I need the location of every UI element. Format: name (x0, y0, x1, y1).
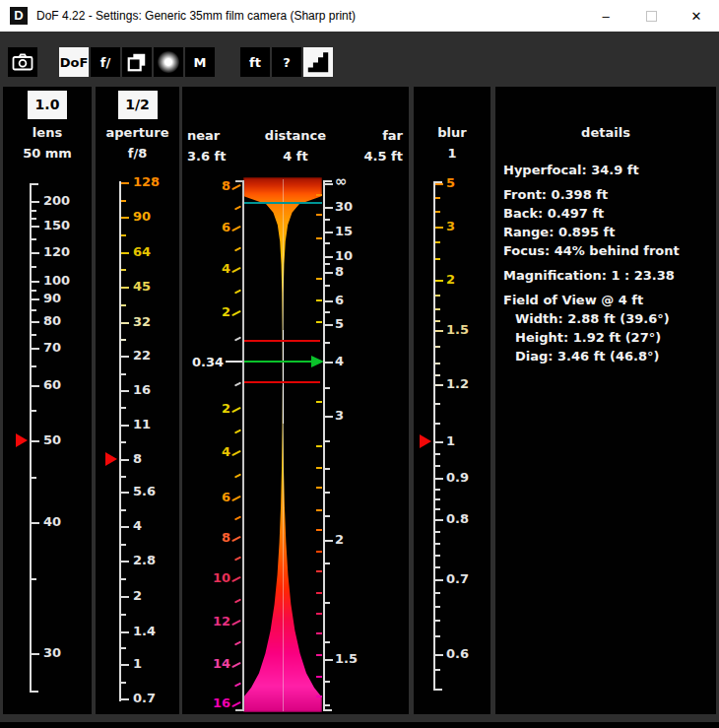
dist_right-blur-tick (316, 509, 322, 511)
help-button[interactable]: ? (272, 47, 301, 77)
blur-disc-button[interactable] (154, 47, 183, 77)
dist_right-tick (325, 563, 330, 564)
aperture-pointer[interactable] (105, 452, 117, 466)
dist_right-tick (325, 300, 333, 302)
aperture-tick (121, 682, 126, 684)
blur-pointer[interactable] (420, 434, 431, 448)
aperture-ruler[interactable]: 1289064453222161185.642.821.410.7 (119, 181, 121, 701)
aperture-tick-label: 64 (133, 243, 151, 261)
blur-tick (435, 669, 440, 671)
lens-tick (32, 281, 39, 283)
dist_right-blur-tick (316, 592, 322, 594)
dist_right-tick (325, 285, 330, 287)
blur-tick (435, 211, 440, 213)
focus-line (244, 361, 311, 363)
maximize-button[interactable] (628, 0, 674, 32)
aperture-tick (121, 182, 129, 184)
blur-tick (435, 555, 440, 557)
aperture-tick (121, 356, 129, 358)
lens-tick (32, 348, 39, 350)
dist_right-blur-tick (316, 676, 322, 678)
dist_right-blur-tick (316, 487, 322, 489)
aperture-tick (121, 373, 126, 375)
dist_left-tick-label: 2 (222, 400, 230, 418)
detail-line: Width: 2.88 ft (39.6°) (503, 309, 680, 328)
lens-ruler[interactable]: 20015012010090807060504030 (30, 183, 32, 693)
lens-tick (32, 226, 39, 228)
lens-value: 50 mm (3, 146, 92, 161)
lens-tick (32, 365, 36, 367)
dof-mode-button[interactable]: DoF (59, 47, 89, 77)
lens-step-box[interactable]: 1.0 (28, 91, 67, 119)
dist_right-tick (325, 641, 330, 643)
steps-display-button[interactable] (303, 47, 333, 77)
aperture-tick (121, 526, 129, 528)
blur-tick (435, 508, 440, 510)
lens-tick (32, 321, 39, 323)
blur-tick (435, 606, 440, 608)
far-limit-line (244, 340, 320, 342)
close-button[interactable]: ✕ (674, 0, 719, 32)
lens-tick-label: 30 (43, 644, 61, 662)
aperture-tick (121, 614, 126, 616)
aperture-tick (121, 509, 126, 511)
blur-tick (435, 227, 443, 229)
dist_right-tick (325, 342, 330, 344)
blur-tick (435, 654, 443, 656)
aperture-tick (121, 631, 129, 633)
aperture-step-box[interactable]: 1/2 (118, 91, 158, 119)
manual-mode-button[interactable]: M (185, 47, 215, 77)
blur-tick-label: 2 (446, 271, 455, 289)
copy-button[interactable] (122, 47, 152, 77)
aperture-tick (121, 217, 129, 219)
blur-tick (435, 453, 440, 455)
blur-tick (435, 579, 443, 581)
dist_left-tick-label: 16 (213, 695, 230, 712)
lens-ruler-cap (31, 183, 38, 185)
aperture-tick-label: 4 (133, 517, 142, 535)
aperture-tick (121, 234, 126, 236)
aperture-tick-label: 90 (133, 208, 151, 226)
blur-label: blur (414, 125, 490, 140)
lens-tick (32, 522, 39, 524)
fstop-mode-button[interactable]: f/ (91, 47, 120, 77)
far-header: far 4.5 ft (364, 125, 403, 166)
dist_right-blur-tick (316, 278, 322, 280)
dist_right-tick (325, 492, 330, 494)
lens-tick (32, 334, 36, 336)
dist_right-tick (325, 416, 333, 418)
aperture-tick (121, 425, 129, 427)
details-panel: details Hyperfocal: 34.9 ftFront: 0.398 … (495, 87, 716, 714)
dist_right-tick-label: 2 (335, 531, 344, 549)
blur-ruler[interactable]: 5321.51.210.90.80.70.6 (433, 181, 435, 691)
lens-tick-label: 120 (43, 243, 70, 261)
dist_right-ruler[interactable]: ∞3015108654321.5 (323, 180, 325, 711)
dist_left-ruler[interactable]: 8642246810121416 (242, 180, 244, 711)
aperture-tick-label: 1.4 (133, 623, 156, 640)
dist_right-tick (325, 515, 330, 517)
aperture-label: aperture (96, 125, 179, 140)
detail-line: Front: 0.398 ft (503, 185, 680, 204)
dist_right-tick-label: 3 (335, 407, 344, 425)
blur-tick (435, 441, 443, 443)
blur-tick-label: 0.9 (446, 469, 469, 487)
aperture-tick (121, 459, 129, 461)
aperture-tick-label: 32 (133, 313, 151, 331)
detail-line: Height: 1.92 ft (27°) (503, 328, 680, 347)
camera-settings-button[interactable] (8, 47, 37, 77)
aperture-tick (121, 287, 129, 289)
aperture-tick-label: 22 (133, 347, 151, 364)
units-ft-button[interactable]: ft (240, 47, 270, 77)
minimize-button[interactable]: – (583, 0, 628, 32)
far-value: 4.5 ft (364, 146, 403, 166)
blur-tick (435, 374, 440, 376)
dist_right-tick (325, 207, 333, 209)
aperture-tick (121, 596, 129, 598)
dof-app-window: D DoF 4.22 - Settings: Generic 35mm film… (0, 0, 719, 728)
blur-tick-label: 1 (446, 432, 455, 450)
lens-tick (32, 210, 36, 212)
lens-pointer[interactable] (16, 433, 28, 447)
aperture-tick (121, 647, 126, 649)
lens-tick (32, 309, 36, 311)
aperture-tick (121, 561, 129, 563)
